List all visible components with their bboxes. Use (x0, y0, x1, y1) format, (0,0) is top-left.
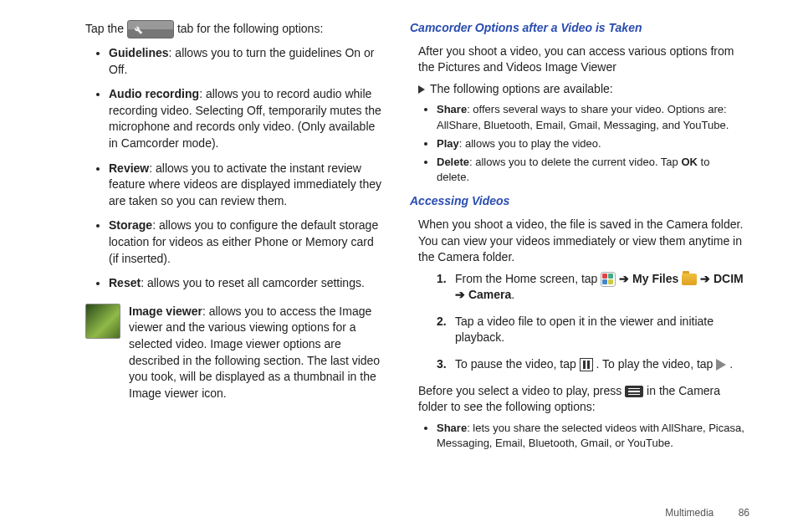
list-item: Share: offers several ways to share your… (437, 102, 744, 132)
before-select-text: Before you select a video to play, press… (418, 383, 744, 416)
availability-line: The following options are available: (418, 81, 744, 98)
camera-label: Camera (468, 288, 511, 301)
menu-icon (625, 386, 643, 397)
option-text-pre: : allows you to delete the current video… (469, 156, 681, 168)
option-title: Share (437, 103, 467, 115)
step2-text: Tap a video file to open it in the viewe… (455, 315, 714, 345)
arrow-icon: ➔ (700, 272, 710, 285)
option-title: Review (109, 161, 149, 175)
option-text: : lets you share the selected videos wit… (437, 422, 744, 449)
page-number: 86 (739, 507, 749, 519)
dcim-label: DCIM (714, 272, 744, 285)
option-title: Delete (437, 156, 469, 168)
step3-post: . (729, 357, 733, 371)
option-title: Audio recording (109, 87, 199, 100)
after-video-options-list: Share: offers several ways to share your… (437, 102, 744, 185)
list-item: Delete: allows you to delete the current… (437, 155, 744, 185)
page-footer: Multimedia 86 (665, 506, 749, 520)
camera-folder-options-list: Share: lets you share the selected video… (437, 421, 744, 451)
accessing-videos-steps: From the Home screen, tap ➔ My Files ➔ D… (437, 271, 744, 373)
step1-pre: From the Home screen, tap (455, 272, 601, 285)
list-item: Review: allows you to activate the insta… (109, 161, 383, 210)
section-heading: Accessing Videos (410, 193, 744, 210)
step-item: Tap a video file to open it in the viewe… (437, 314, 744, 346)
my-files-label: My Files (632, 272, 682, 285)
left-column: Tap the tab for the following options: G… (49, 20, 383, 454)
section-heading: Camcorder Options after a Video is Taken (410, 20, 744, 37)
step-item: To pause the video, tap . To play the vi… (437, 356, 744, 373)
option-title: Guidelines (109, 46, 169, 59)
step3-pre: To pause the video, tap (455, 357, 580, 371)
option-title: Reset (109, 276, 141, 289)
section1-intro: After you shoot a video, you can access … (418, 43, 744, 76)
image-viewer-title: Image viewer (129, 304, 202, 318)
right-column: Camcorder Options after a Video is Taken… (410, 20, 744, 454)
list-item: Play: allows you to play the video. (437, 136, 744, 151)
list-item: Storage: allows you to configure the def… (109, 217, 383, 267)
intro-post: tab for the following options: (177, 21, 323, 38)
settings-tab-icon (127, 20, 174, 38)
image-viewer-text: : allows you to access the Image viewer … (129, 304, 380, 400)
arrow-icon: ➔ (455, 288, 465, 301)
ok-label: OK (681, 156, 698, 168)
list-item: Share: lets you share the selected video… (437, 421, 744, 451)
option-title: Play (437, 137, 459, 150)
list-item: Reset: allows you to reset all camcorder… (109, 275, 383, 292)
list-item: Guidelines: allows you to turn the guide… (109, 45, 383, 78)
video-thumbnail-icon (85, 304, 120, 339)
camcorder-options-list: Guidelines: allows you to turn the guide… (109, 45, 383, 292)
availability-text: The following options are available: (430, 81, 613, 98)
folder-icon (682, 274, 697, 285)
pause-icon (580, 358, 593, 371)
intro-pre: Tap the (85, 21, 124, 38)
intro-line: Tap the tab for the following options: (85, 20, 383, 38)
triangle-bullet-icon (418, 85, 425, 94)
apps-grid-icon (601, 272, 616, 287)
before-pre: Before you select a video to play, press (418, 384, 625, 397)
step3-mid: . To play the video, tap (596, 357, 717, 371)
option-text: : offers several ways to share your vide… (437, 103, 729, 130)
option-text: : allows you to activate the instant rev… (109, 161, 381, 207)
footer-section: Multimedia (665, 507, 714, 519)
wrench-icon (133, 24, 143, 34)
image-viewer-row: Image viewer: allows you to access the I… (85, 304, 383, 402)
list-item: Audio recording: allows you to record au… (109, 86, 383, 151)
step-item: From the Home screen, tap ➔ My Files ➔ D… (437, 271, 744, 304)
option-text: : allows you to play the video. (459, 137, 601, 150)
option-title: Share (437, 422, 467, 434)
arrow-icon: ➔ (619, 272, 629, 285)
section2-intro: When you shoot a video, the file is save… (418, 217, 744, 266)
option-text: : allows you to reset all camcorder sett… (141, 276, 365, 289)
image-viewer-desc: Image viewer: allows you to access the I… (129, 304, 383, 402)
option-title: Storage (109, 218, 152, 232)
play-icon (716, 359, 726, 371)
